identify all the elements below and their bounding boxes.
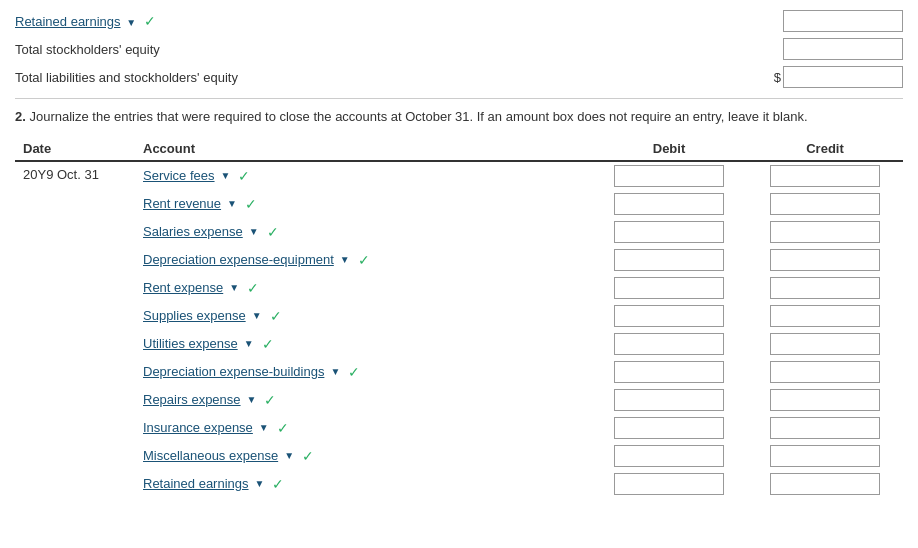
account-dropdown-icon[interactable]: ▼	[330, 366, 340, 377]
credit-input[interactable]	[770, 473, 880, 495]
credit-input[interactable]	[770, 445, 880, 467]
date-cell	[15, 246, 135, 274]
account-cell: Utilities expense▼✓	[135, 330, 591, 358]
account-cell: Repairs expense▼✓	[135, 386, 591, 414]
account-check-icon: ✓	[238, 168, 250, 184]
account-dropdown-icon[interactable]: ▼	[340, 254, 350, 265]
credit-cell	[747, 470, 903, 498]
credit-input[interactable]	[770, 249, 880, 271]
credit-input[interactable]	[770, 361, 880, 383]
total-stockholders-equity-label: Total stockholders' equity	[15, 42, 295, 57]
credit-cell	[747, 414, 903, 442]
debit-input[interactable]	[614, 389, 724, 411]
credit-input[interactable]	[770, 417, 880, 439]
account-cell: Service fees▼✓	[135, 161, 591, 190]
credit-cell	[747, 190, 903, 218]
account-link[interactable]: Service fees	[143, 168, 215, 183]
retained-earnings-row: Retained earnings ▼ ✓	[15, 10, 903, 32]
debit-input[interactable]	[614, 305, 724, 327]
account-link[interactable]: Depreciation expense-buildings	[143, 364, 324, 379]
account-check-icon: ✓	[262, 336, 274, 352]
account-cell: Depreciation expense-equipment▼✓	[135, 246, 591, 274]
account-dropdown-icon[interactable]: ▼	[247, 394, 257, 405]
table-row: 20Y9 Oct. 31Service fees▼✓	[15, 161, 903, 190]
date-cell	[15, 274, 135, 302]
retained-earnings-link[interactable]: Retained earnings	[15, 14, 121, 29]
account-dropdown-icon[interactable]: ▼	[255, 478, 265, 489]
account-dropdown-icon[interactable]: ▼	[249, 226, 259, 237]
account-check-icon: ✓	[264, 392, 276, 408]
debit-input[interactable]	[614, 361, 724, 383]
retained-earnings-input-wrapper	[783, 10, 903, 32]
account-check-icon: ✓	[247, 280, 259, 296]
table-row: Utilities expense▼✓	[15, 330, 903, 358]
table-row: Depreciation expense-equipment▼✓	[15, 246, 903, 274]
account-check-icon: ✓	[358, 252, 370, 268]
credit-input[interactable]	[770, 165, 880, 187]
debit-input[interactable]	[614, 193, 724, 215]
debit-input[interactable]	[614, 221, 724, 243]
account-check-icon: ✓	[245, 196, 257, 212]
credit-input[interactable]	[770, 333, 880, 355]
total-stockholders-equity-input[interactable]	[783, 38, 903, 60]
account-link[interactable]: Repairs expense	[143, 392, 241, 407]
credit-input[interactable]	[770, 305, 880, 327]
account-check-icon: ✓	[267, 224, 279, 240]
credit-input[interactable]	[770, 389, 880, 411]
date-cell	[15, 414, 135, 442]
account-link[interactable]: Miscellaneous expense	[143, 448, 278, 463]
account-check-icon: ✓	[272, 476, 284, 492]
date-cell	[15, 330, 135, 358]
credit-cell	[747, 246, 903, 274]
account-dropdown-icon[interactable]: ▼	[221, 170, 231, 181]
retained-earnings-dropdown-icon[interactable]: ▼	[126, 17, 136, 28]
account-dropdown-icon[interactable]: ▼	[227, 198, 237, 209]
account-dropdown-icon[interactable]: ▼	[259, 422, 269, 433]
account-dropdown-icon[interactable]: ▼	[284, 450, 294, 461]
account-link[interactable]: Utilities expense	[143, 336, 238, 351]
credit-input[interactable]	[770, 221, 880, 243]
account-link[interactable]: Rent revenue	[143, 196, 221, 211]
credit-input[interactable]	[770, 193, 880, 215]
credit-cell	[747, 274, 903, 302]
debit-cell	[591, 302, 747, 330]
debit-input[interactable]	[614, 445, 724, 467]
debit-input[interactable]	[614, 277, 724, 299]
total-liabilities-equity-input[interactable]	[783, 66, 903, 88]
debit-cell	[591, 246, 747, 274]
total-stockholders-equity-input-wrapper	[783, 38, 903, 60]
credit-input[interactable]	[770, 277, 880, 299]
account-link[interactable]: Salaries expense	[143, 224, 243, 239]
debit-cell	[591, 330, 747, 358]
total-liabilities-equity-row: Total liabilities and stockholders' equi…	[15, 66, 903, 88]
debit-input[interactable]	[614, 473, 724, 495]
debit-input[interactable]	[614, 333, 724, 355]
account-link[interactable]: Rent expense	[143, 280, 223, 295]
account-link[interactable]: Supplies expense	[143, 308, 246, 323]
table-row: Salaries expense▼✓	[15, 218, 903, 246]
account-cell: Retained earnings▼✓	[135, 470, 591, 498]
account-column-header: Account	[135, 137, 591, 161]
debit-input[interactable]	[614, 165, 724, 187]
account-link[interactable]: Depreciation expense-equipment	[143, 252, 334, 267]
account-check-icon: ✓	[277, 420, 289, 436]
account-link[interactable]: Retained earnings	[143, 476, 249, 491]
credit-cell	[747, 358, 903, 386]
account-check-icon: ✓	[348, 364, 360, 380]
debit-cell	[591, 190, 747, 218]
debit-cell	[591, 442, 747, 470]
account-link[interactable]: Insurance expense	[143, 420, 253, 435]
top-section: Retained earnings ▼ ✓ Total stockholders…	[15, 10, 903, 88]
debit-input[interactable]	[614, 417, 724, 439]
date-cell	[15, 190, 135, 218]
account-dropdown-icon[interactable]: ▼	[252, 310, 262, 321]
retained-earnings-input[interactable]	[783, 10, 903, 32]
account-dropdown-icon[interactable]: ▼	[244, 338, 254, 349]
account-dropdown-icon[interactable]: ▼	[229, 282, 239, 293]
date-cell	[15, 442, 135, 470]
date-column-header: Date	[15, 137, 135, 161]
account-cell: Rent expense▼✓	[135, 274, 591, 302]
credit-cell	[747, 330, 903, 358]
debit-input[interactable]	[614, 249, 724, 271]
journal-table: Date Account Debit Credit 20Y9 Oct. 31Se…	[15, 137, 903, 498]
